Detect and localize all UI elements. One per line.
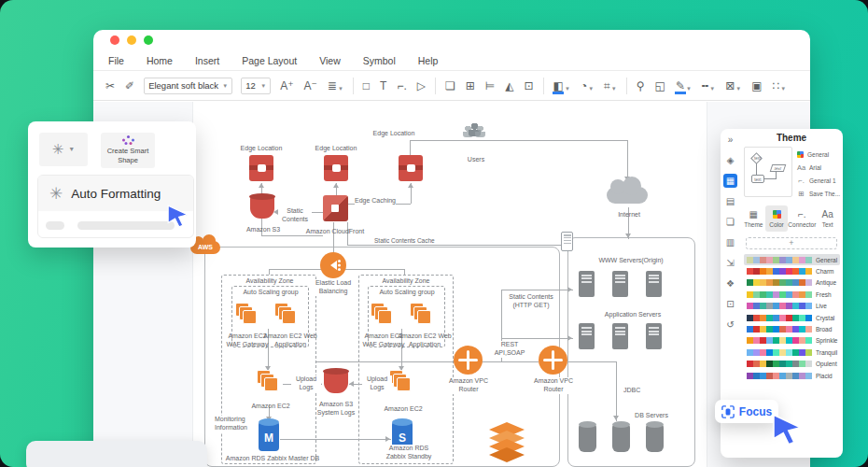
- font-size-select[interactable]: 12▼: [241, 78, 271, 94]
- line-style-icon[interactable]: ╍▼: [701, 78, 716, 93]
- color-swatch: [760, 291, 766, 298]
- palette-charm[interactable]: Charm: [744, 265, 840, 276]
- maximize-window-button[interactable]: [144, 35, 153, 45]
- pointer-tool-icon[interactable]: ▷: [416, 78, 427, 93]
- picture-icon[interactable]: ▤: [723, 194, 737, 208]
- color-swatch: [747, 257, 753, 263]
- theme-setting-general-1[interactable]: ⌐.General 1: [797, 174, 842, 187]
- find-shape-icon[interactable]: ◱: [654, 78, 666, 93]
- menu-symbol[interactable]: Symbol: [363, 55, 396, 66]
- chevron-down-icon: ▼: [588, 86, 594, 92]
- theme-setting-arial[interactable]: AaArial: [797, 161, 842, 174]
- menu-insert[interactable]: Insert: [195, 55, 219, 66]
- text-align-icon[interactable]: ≣▼: [327, 78, 344, 93]
- palette-name: Broad: [816, 326, 832, 333]
- text-tab-icon: Aa: [822, 209, 833, 219]
- align-objects-icon[interactable]: ⊨: [484, 78, 496, 93]
- layers-panel-icon[interactable]: ❏: [723, 215, 737, 229]
- increase-font-icon[interactable]: A⁺: [279, 78, 294, 93]
- add-color-scheme-button[interactable]: +: [746, 237, 837, 249]
- palette-crystal[interactable]: Crystal: [744, 312, 840, 323]
- menu-help[interactable]: Help: [418, 55, 439, 66]
- font-family-select[interactable]: Elegant soft black▼: [144, 78, 232, 94]
- smart-shape-popup: ✳ ▼ Create Smart Shape ✳ Auto Formatting: [28, 121, 196, 248]
- menu-home[interactable]: Home: [147, 55, 173, 66]
- palette-placid[interactable]: Placid: [744, 370, 840, 381]
- tab-color[interactable]: Color: [765, 205, 789, 232]
- palette-name: Antique: [816, 279, 836, 286]
- cut-icon[interactable]: ✂: [105, 78, 116, 93]
- tab-theme[interactable]: ▦Theme: [742, 205, 765, 232]
- palette-live[interactable]: Live: [744, 301, 840, 312]
- palette-name: Sprinkle: [816, 337, 837, 344]
- group-icon[interactable]: ⊞: [465, 78, 476, 93]
- color-swatch: [747, 291, 753, 298]
- tab-connector[interactable]: ⌐.Connector: [788, 205, 816, 232]
- menu-view[interactable]: View: [319, 55, 341, 66]
- create-smart-shape-label: Create Smart Shape: [101, 147, 155, 165]
- theme-setting-general[interactable]: General: [797, 148, 842, 161]
- color-swatch: [805, 291, 812, 298]
- format-painter-icon[interactable]: ✐: [124, 78, 135, 93]
- drawing-page[interactable]: [192, 102, 707, 467]
- color-swatch: [792, 315, 799, 321]
- color-swatch: [766, 279, 773, 286]
- cut-icon: ✂: [105, 80, 115, 92]
- connection-points-icon[interactable]: ∷▼: [772, 78, 788, 93]
- color-swatch: [786, 373, 792, 379]
- color-swatch: [786, 337, 792, 344]
- text-tool-icon[interactable]: T: [379, 78, 387, 93]
- palette-broad[interactable]: Broad: [744, 323, 840, 334]
- theme-setting-save-the-[interactable]: ⊞Save The...: [797, 187, 842, 200]
- expand-icon[interactable]: ❖: [723, 276, 737, 290]
- layers-icon[interactable]: ❏: [444, 78, 456, 93]
- create-smart-shape-button[interactable]: Create Smart Shape: [101, 133, 155, 168]
- menu-page-layout[interactable]: Page Layout: [242, 55, 297, 66]
- line-color-icon[interactable]: ✎▼: [675, 78, 693, 93]
- menu-file[interactable]: File: [108, 55, 124, 66]
- tab-text[interactable]: AaText: [816, 205, 839, 232]
- title-bar: [93, 30, 810, 50]
- increase-font-icon: A⁺: [280, 80, 293, 92]
- export-icon[interactable]: ⇲: [723, 256, 737, 270]
- palette-sprinkle[interactable]: Sprinkle: [744, 335, 840, 347]
- history-icon[interactable]: ↺: [723, 318, 737, 332]
- theme-icon[interactable]: ▦: [723, 174, 737, 188]
- shape-tool-icon[interactable]: □: [362, 78, 371, 93]
- minimize-window-button[interactable]: [127, 35, 136, 45]
- center-shape-icon[interactable]: ▣: [750, 78, 763, 93]
- same-size-icon[interactable]: ⊡: [524, 78, 535, 93]
- decrease-font-icon[interactable]: A⁻: [302, 78, 317, 93]
- color-swatch: [786, 326, 792, 333]
- theme-preview[interactable]: text text text: [744, 147, 792, 197]
- connector-tool-icon[interactable]: ⌐.: [396, 78, 407, 93]
- toolbar-divider: [626, 78, 627, 94]
- chevron-down-icon: ▼: [565, 86, 570, 92]
- palette-antique[interactable]: Antique: [744, 277, 840, 289]
- presentation-icon[interactable]: ⊡: [723, 297, 737, 311]
- placeholder-bar: [77, 221, 175, 230]
- zoom-icon[interactable]: ⚲: [636, 78, 646, 93]
- zoom-icon: ⚲: [637, 80, 645, 92]
- fill-color-icon[interactable]: ◧▼: [553, 78, 571, 93]
- toolbar: ✂✐Elegant soft black▼12▼A⁺A⁻≣▼□T⌐.▷❏⊞⊨◭⊡…: [93, 71, 810, 101]
- chevron-down-icon: ▼: [338, 86, 343, 92]
- lock-icon[interactable]: ⊠▼: [724, 78, 742, 93]
- palette-fresh[interactable]: Fresh: [744, 289, 840, 300]
- crop-icon[interactable]: ⌗▼: [603, 78, 618, 93]
- close-window-button[interactable]: [110, 35, 119, 45]
- auto-format-button[interactable]: ✳ ▼: [39, 133, 88, 166]
- color-swatch: [773, 268, 779, 275]
- flip-icon[interactable]: ◭: [504, 78, 514, 93]
- fill-style-icon[interactable]: ◈: [723, 153, 737, 167]
- color-swatch: [747, 373, 753, 379]
- notes-icon[interactable]: ▥: [723, 235, 737, 249]
- flip-icon: ◭: [505, 80, 513, 92]
- palette-opulent[interactable]: Opulent: [744, 359, 840, 370]
- palette-general[interactable]: General: [744, 254, 840, 265]
- palette-tranquil[interactable]: Tranquil: [744, 347, 840, 358]
- collapse-panel-icon[interactable]: »: [723, 133, 737, 147]
- color-swatch: [766, 349, 773, 356]
- focus-button[interactable]: Focus: [715, 400, 778, 423]
- quick-style-icon[interactable]: ◔▼: [580, 78, 595, 93]
